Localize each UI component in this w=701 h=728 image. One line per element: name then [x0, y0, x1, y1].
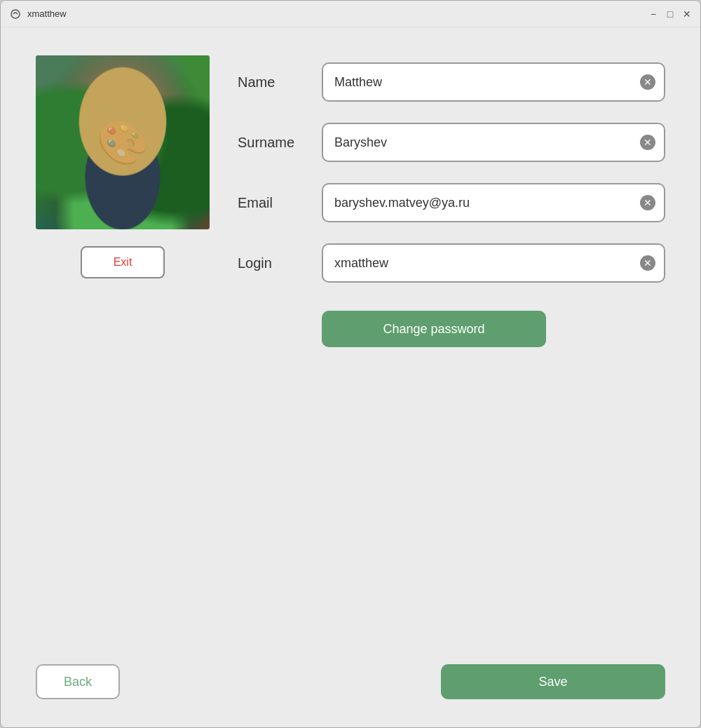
name-input-wrapper: ✕ [322, 62, 665, 102]
email-input[interactable] [322, 183, 665, 222]
login-row: Login ✕ [238, 243, 665, 283]
surname-clear-icon[interactable]: ✕ [640, 135, 655, 150]
exit-button[interactable]: Exit [81, 246, 165, 278]
name-input[interactable] [322, 62, 665, 102]
surname-label: Surname [238, 135, 322, 151]
avatar [36, 55, 210, 229]
left-panel: Exit [36, 55, 210, 278]
window-title: xmatthew [27, 8, 648, 19]
name-clear-icon[interactable]: ✕ [640, 74, 655, 90]
svg-point-0 [11, 10, 20, 18]
email-label: Email [238, 195, 322, 211]
main-window: xmatthew − □ ✕ Exit Name [0, 0, 701, 728]
save-button[interactable]: Save [441, 664, 665, 699]
app-icon [9, 8, 22, 20]
email-clear-icon[interactable]: ✕ [640, 195, 655, 210]
avatar-image [36, 55, 210, 229]
surname-row: Surname ✕ [238, 123, 665, 162]
right-panel: Name ✕ Surname ✕ Email [238, 55, 665, 347]
window-controls: − □ ✕ [648, 9, 692, 19]
change-password-button[interactable]: Change password [322, 311, 546, 347]
login-input[interactable] [322, 243, 665, 283]
maximize-button[interactable]: □ [665, 9, 675, 19]
login-input-wrapper: ✕ [322, 243, 665, 283]
main-content: Exit Name ✕ Surname ✕ [1, 27, 700, 650]
top-section: Exit Name ✕ Surname ✕ [36, 55, 665, 347]
surname-input-wrapper: ✕ [322, 123, 665, 162]
login-clear-icon[interactable]: ✕ [640, 255, 655, 271]
close-button[interactable]: ✕ [682, 9, 692, 19]
email-input-wrapper: ✕ [322, 183, 665, 222]
bottom-bar: Back Save [1, 650, 700, 727]
surname-input[interactable] [322, 123, 665, 162]
title-bar: xmatthew − □ ✕ [1, 1, 700, 27]
name-row: Name ✕ [238, 62, 665, 102]
minimize-button[interactable]: − [648, 9, 658, 19]
name-label: Name [238, 74, 322, 90]
back-button[interactable]: Back [36, 664, 120, 699]
login-label: Login [238, 255, 322, 271]
avatar-character [36, 55, 210, 229]
email-row: Email ✕ [238, 183, 665, 222]
